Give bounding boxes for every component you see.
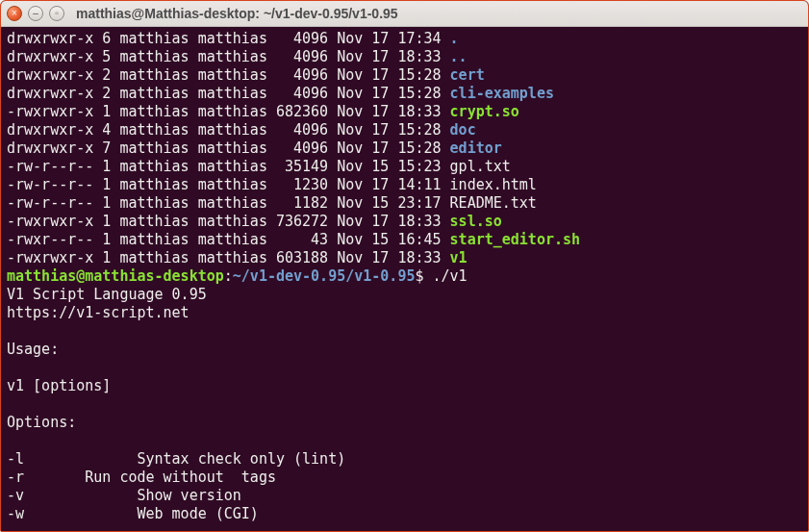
prompt-line: matthias@matthias-desktop:~/v1-dev-0.95/… <box>7 267 802 286</box>
file-name: .. <box>450 48 468 65</box>
file-name: ssl.so <box>450 213 502 230</box>
blank-line <box>7 359 802 377</box>
ls-row: drwxrwxr-x 4 matthias matthias 4096 Nov … <box>7 121 802 139</box>
prompt-user: matthias@matthias-desktop <box>7 267 224 285</box>
blank-line <box>7 523 802 532</box>
ls-row: drwxrwxr-x 2 matthias matthias 4096 Nov … <box>7 85 802 103</box>
options-header: Options: <box>7 414 802 432</box>
option-line: -l Syntax check only (lint) <box>7 450 802 469</box>
maximize-icon[interactable]: ▫ <box>49 6 64 21</box>
prompt-dollar: $ <box>415 267 423 285</box>
ls-row: drwxrwxr-x 7 matthias matthias 4096 Nov … <box>7 139 802 158</box>
window-title: matthias@Matthias-desktop: ~/v1-dev-0.95… <box>76 6 398 21</box>
ls-row: -rw-r--r-- 1 matthias matthias 1230 Nov … <box>7 176 802 194</box>
file-name: editor <box>450 139 502 157</box>
ls-row: -rwxrwxr-x 1 matthias matthias 736272 No… <box>7 213 802 231</box>
file-name: README.txt <box>450 194 537 212</box>
usage-line: v1 [options] <box>7 377 802 395</box>
option-desc: Run code without tags <box>85 469 276 486</box>
ls-row: -rwxrwxr-x 1 matthias matthias 603188 No… <box>7 249 802 267</box>
file-name: doc <box>450 121 476 139</box>
option-line: -v Show version <box>7 487 802 505</box>
ls-row: drwxrwxr-x 2 matthias matthias 4096 Nov … <box>7 66 802 85</box>
usage-header: Usage: <box>7 341 802 359</box>
option-desc: Web mode (CGI) <box>137 505 258 522</box>
ls-row: drwxrwxr-x 5 matthias matthias 4096 Nov … <box>7 48 802 66</box>
terminal-window: × – ▫ matthias@Matthias-desktop: ~/v1-de… <box>0 0 809 532</box>
option-flag: -r <box>7 469 85 486</box>
ls-row: drwxrwxr-x 6 matthias matthias 4096 Nov … <box>7 30 802 48</box>
typed-command: ./v1 <box>433 267 468 285</box>
option-desc: Syntax check only (lint) <box>137 450 345 468</box>
close-icon[interactable]: × <box>7 6 22 21</box>
ls-row: -rw-r--r-- 1 matthias matthias 35149 Nov… <box>7 158 802 176</box>
ls-row: -rwxrwxr-x 1 matthias matthias 682360 No… <box>7 103 802 121</box>
prompt-path: ~/v1-dev-0.95/v1-0.95 <box>233 267 416 285</box>
option-line: -w Web mode (CGI) <box>7 505 802 523</box>
option-flag: -l <box>7 450 137 468</box>
file-name: start_editor.sh <box>450 231 580 248</box>
terminal-body[interactable]: drwxrwxr-x 6 matthias matthias 4096 Nov … <box>1 27 808 531</box>
ls-row: -rw-r--r-- 1 matthias matthias 1182 Nov … <box>7 194 802 213</box>
blank-line <box>7 395 802 414</box>
blank-line <box>7 322 802 341</box>
option-flag: -v <box>7 487 137 504</box>
option-desc: Show version <box>137 487 240 504</box>
file-name: crypt.so <box>450 103 519 120</box>
output-line: https://v1-script.net <box>7 304 802 322</box>
file-name: gpl.txt <box>450 158 511 175</box>
file-name: cert <box>450 66 485 84</box>
titlebar: × – ▫ matthias@Matthias-desktop: ~/v1-de… <box>1 1 808 27</box>
blank-line <box>7 432 802 450</box>
ls-row: -rwxr--r-- 1 matthias matthias 43 Nov 15… <box>7 231 802 249</box>
minimize-icon[interactable]: – <box>28 6 43 21</box>
output-line: V1 Script Language 0.95 <box>7 286 802 304</box>
file-name: cli-examples <box>450 85 554 102</box>
option-line: -r Run code without tags <box>7 469 802 487</box>
option-flag: -w <box>7 505 137 522</box>
file-name: . <box>450 30 459 47</box>
file-name: v1 <box>450 249 468 266</box>
file-name: index.html <box>450 176 537 193</box>
